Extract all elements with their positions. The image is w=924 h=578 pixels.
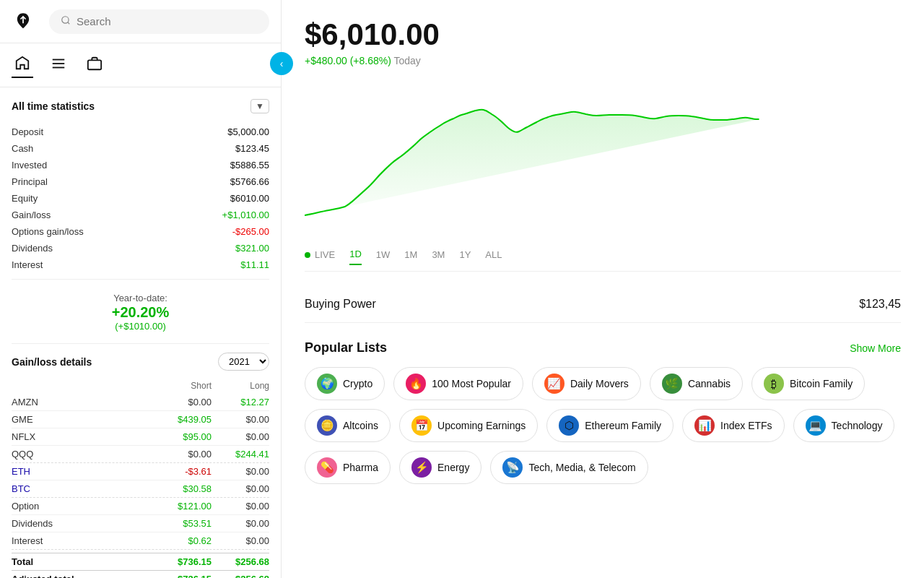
row-long: $0.00: [212, 501, 269, 512]
list-chip[interactable]: ⬡ Ethereum Family: [546, 409, 674, 442]
time-filter-1m[interactable]: 1M: [404, 249, 417, 264]
show-more-button[interactable]: Show More: [850, 342, 901, 354]
time-filter-label: 3M: [432, 249, 445, 260]
time-filter-label: 1Y: [459, 249, 471, 260]
chip-icon: 📈: [544, 374, 565, 394]
time-filter-3m[interactable]: 3M: [432, 249, 445, 264]
stat-value: $5766.66: [230, 176, 269, 187]
total-short: $736.15: [154, 556, 212, 567]
chart-container: [305, 78, 901, 237]
stat-value: $321.00: [235, 243, 269, 254]
portfolio-chart: [305, 78, 901, 237]
time-filter-all[interactable]: ALL: [485, 249, 502, 264]
chip-icon: 📡: [502, 457, 523, 478]
chip-label: Altcoins: [343, 420, 378, 431]
row-long: $0.00: [212, 466, 269, 477]
gain-loss-section: Gain/loss details 2021 2020 2019 Short L…: [12, 353, 269, 578]
row-long: $244.41: [212, 449, 269, 460]
col-name-header: [12, 381, 154, 391]
adj-total-label: Adjusted total: [12, 574, 154, 578]
list-chip[interactable]: 🌿 Cannabis: [650, 367, 743, 400]
chip-label: Technology: [832, 420, 883, 431]
stat-value: $5886.55: [230, 160, 269, 171]
table-row: QQQ $0.00 $244.41: [12, 446, 269, 463]
stats-dropdown[interactable]: ▼: [250, 99, 269, 113]
stat-value: -$265.00: [232, 226, 269, 237]
list-chip[interactable]: 📅 Upcoming Earnings: [399, 409, 538, 442]
row-short: $439.05: [154, 414, 212, 425]
table-row: Interest $0.62 $0.00: [12, 532, 269, 550]
row-ticker[interactable]: BTC: [12, 483, 154, 494]
row-short: $30.58: [154, 483, 212, 494]
list-chip[interactable]: 📈 Daily Movers: [532, 367, 641, 400]
svg-line-2: [68, 22, 70, 24]
stat-row: Equity $6010.00: [12, 190, 269, 207]
time-filter-1d[interactable]: 1D: [349, 249, 362, 265]
row-long: $12.27: [212, 397, 269, 407]
year-select[interactable]: 2021 2020 2019: [218, 353, 269, 371]
stat-label: Gain/loss: [12, 210, 51, 220]
table-row: BTC $30.58 $0.00: [12, 480, 269, 498]
list-chip[interactable]: 🌍 Crypto: [305, 367, 385, 400]
sidebar-content: All time statistics ▼ Deposit $5,000.00C…: [0, 87, 281, 578]
search-input[interactable]: [77, 15, 258, 27]
time-filter-label: 1W: [376, 249, 391, 260]
nav-portfolio[interactable]: [84, 53, 105, 77]
row-short: $0.00: [154, 397, 212, 407]
chip-icon: 📊: [694, 415, 715, 436]
nav-orders[interactable]: [48, 53, 69, 77]
gain-loss-title: Gain/loss details: [12, 356, 92, 368]
adj-total-short: $736.15: [154, 574, 212, 578]
buying-power-label: Buying Power: [305, 298, 376, 311]
list-chip[interactable]: 💻 Technology: [793, 409, 895, 442]
time-filter-label: ALL: [485, 249, 502, 260]
col-long-header: Long: [212, 381, 269, 391]
collapse-sidebar-button[interactable]: ‹: [270, 52, 293, 75]
row-long: $0.00: [212, 431, 269, 442]
list-chip[interactable]: 🔥 100 Most Popular: [393, 367, 523, 400]
chip-icon: ⬡: [559, 415, 579, 436]
stat-row: Cash $123.45: [12, 140, 269, 157]
top-bar: [0, 0, 281, 43]
time-filter-label: LIVE: [315, 249, 335, 260]
list-chip[interactable]: 📡 Tech, Media, & Telecom: [490, 451, 648, 484]
chip-label: Energy: [437, 462, 469, 473]
stat-row: Dividends $321.00: [12, 240, 269, 256]
chip-label: Daily Movers: [570, 378, 629, 389]
gain-loss-header: Gain/loss details 2021 2020 2019: [12, 353, 269, 371]
list-chip[interactable]: ⚡ Energy: [399, 451, 481, 484]
stat-label: Equity: [12, 193, 38, 204]
list-chip[interactable]: 📊 Index ETFs: [682, 409, 785, 442]
stat-value: $6010.00: [230, 193, 269, 204]
row-ticker[interactable]: ETH: [12, 466, 154, 477]
sidebar: All time statistics ▼ Deposit $5,000.00C…: [0, 0, 282, 578]
chip-icon: 💊: [317, 457, 337, 478]
nav-home[interactable]: [12, 52, 33, 78]
chip-label: Pharma: [343, 462, 378, 473]
time-filter-live[interactable]: LIVE: [305, 249, 335, 264]
table-header: Short Long: [12, 378, 269, 394]
list-chip[interactable]: 💊 Pharma: [305, 451, 391, 484]
row-ticker: Option: [12, 501, 154, 512]
stat-label: Dividends: [12, 243, 53, 254]
time-filter-label: 1D: [349, 249, 362, 259]
table-row: Dividends $53.51 $0.00: [12, 515, 269, 532]
stat-label: Interest: [12, 259, 43, 270]
time-filter-1y[interactable]: 1Y: [459, 249, 471, 264]
total-long: $256.68: [212, 556, 269, 567]
stat-row: Interest $11.11: [12, 256, 269, 273]
chip-label: Cannabis: [688, 378, 731, 389]
chip-label: Upcoming Earnings: [437, 420, 526, 431]
list-chip[interactable]: 🪙 Altcoins: [305, 409, 391, 442]
ytd-amount: (+$1010.00): [12, 321, 269, 332]
chip-icon: 💻: [806, 415, 826, 436]
chip-label: Tech, Media, & Telecom: [528, 462, 635, 473]
ytd-section: Year-to-date: +20.20% (+$1010.00): [12, 279, 269, 344]
time-filter-1w[interactable]: 1W: [376, 249, 391, 264]
row-ticker: QQQ: [12, 449, 154, 460]
total-label: Total: [12, 556, 154, 567]
list-chip[interactable]: ₿ Bitcoin Family: [751, 367, 865, 400]
table-row: ETH -$3.61 $0.00: [12, 463, 269, 480]
search-bar[interactable]: [49, 9, 269, 34]
chip-icon: 🌍: [317, 374, 337, 394]
